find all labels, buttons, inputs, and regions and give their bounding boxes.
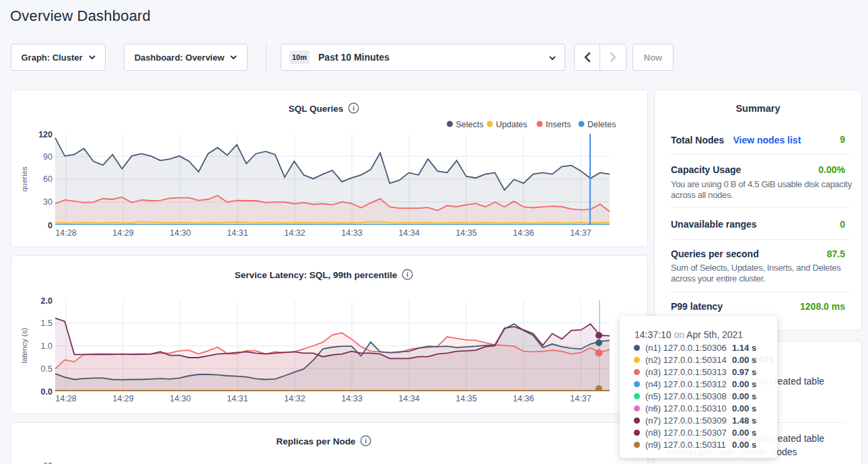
svg-text:0.5: 0.5	[41, 364, 52, 374]
svg-text:2.0: 2.0	[41, 296, 52, 306]
svg-text:0: 0	[48, 221, 52, 230]
svg-text:Updates: Updates	[496, 120, 528, 129]
svg-text:90: 90	[43, 152, 52, 162]
svg-text:14:35: 14:35	[456, 394, 476, 403]
svg-text:14:36: 14:36	[513, 394, 534, 403]
svg-text:1.0: 1.0	[41, 341, 52, 351]
svg-text:14:28: 14:28	[55, 228, 76, 238]
svg-text:14:29: 14:29	[112, 228, 133, 238]
svg-text:Inserts: Inserts	[546, 120, 571, 129]
svg-text:14:34: 14:34	[398, 394, 419, 403]
svg-text:14:32: 14:32	[284, 228, 305, 238]
svg-text:14:36: 14:36	[513, 228, 534, 238]
svg-text:0.0: 0.0	[41, 387, 52, 397]
svg-text:queries: queries	[20, 166, 28, 192]
svg-text:14:33: 14:33	[341, 228, 362, 238]
svg-text:14:30: 14:30	[170, 394, 190, 403]
svg-text:14:37: 14:37	[570, 394, 591, 403]
svg-text:Selects: Selects	[456, 120, 484, 129]
svg-text:14:33: 14:33	[341, 394, 362, 403]
svg-text:14:31: 14:31	[227, 228, 248, 238]
svg-text:latency (s): latency (s)	[20, 327, 28, 363]
svg-text:14:32: 14:32	[284, 394, 305, 403]
svg-text:120: 120	[38, 130, 52, 139]
svg-text:14:29: 14:29	[112, 394, 133, 403]
svg-text:14:35: 14:35	[456, 228, 476, 238]
svg-text:60: 60	[43, 461, 52, 464]
svg-text:1.5: 1.5	[41, 319, 52, 328]
svg-text:14:30: 14:30	[170, 228, 190, 238]
svg-text:14:31: 14:31	[227, 394, 248, 403]
svg-text:60: 60	[43, 174, 52, 184]
svg-text:Deletes: Deletes	[587, 120, 616, 129]
svg-text:14:28: 14:28	[55, 394, 76, 403]
svg-text:14:34: 14:34	[398, 228, 419, 238]
svg-text:30: 30	[43, 197, 52, 207]
svg-text:14:37: 14:37	[570, 228, 591, 238]
